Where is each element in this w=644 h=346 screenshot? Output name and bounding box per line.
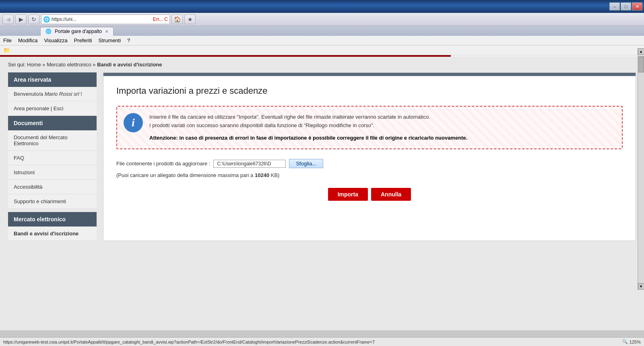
info-box: i Inserire il file da caricare ed utiliz… [116,106,623,149]
breadcrumb-current: Bandi e avvisi d'iscrizione [97,62,162,68]
page-title: Importa variazioni a prezzi e scadenze [116,86,623,96]
menu-strumenti[interactable]: Strumenti [98,37,121,43]
tab-close-button[interactable]: ✕ [105,29,108,34]
sidebar: Area riservata Benvenuto/a Mario Rossi s… [8,72,97,241]
address-bar-wrap: 🌐 Err... C [41,14,170,24]
forward-button[interactable]: ▶ [15,14,27,24]
file-note-prefix: (Puoi caricare un allegato della dimensi… [116,172,253,178]
favorites-button[interactable]: ★ [184,14,196,24]
sidebar-item-documenti-mercato[interactable]: Documenti del Mercato Elettronico [8,130,97,151]
content-body: Importa variazioni a prezzi e scadenze i… [103,76,636,210]
importa-button[interactable]: Importa [328,188,368,201]
breadcrumb: Sei qui: Home » Mercato elettronico » Ba… [0,57,644,72]
menu-visualizza[interactable]: Visualizza [44,37,67,43]
breadcrumb-home[interactable]: Home [27,62,41,68]
favicon-icon: 📁 [3,47,10,54]
scroll-thumb[interactable] [638,56,644,72]
tab-bar: 🌐 Portale gare d'appalto ✕ [0,26,644,36]
address-error: Err... C [153,16,168,22]
refresh-button[interactable]: ↻ [28,14,39,24]
sidebar-personal-area[interactable]: Area personale | Esci [8,101,97,116]
file-size: 10240 [255,172,269,178]
browser-toolbar: ◀ ▶ ↻ 🌐 Err... C 🏠 ★ [0,13,644,26]
home-button[interactable]: 🏠 [171,14,183,24]
sidebar-item-bandi[interactable]: Bandi e avvisi d'iscrizione [8,227,97,241]
scroll-up-arrow[interactable]: ▲ [638,48,644,55]
breadcrumb-sep2: » [93,62,95,68]
info-line1: Inserire il file da caricare ed utilizza… [149,113,467,122]
annulla-button[interactable]: Annulla [371,188,411,201]
menu-preferiti[interactable]: Preferiti [74,37,92,43]
scrollbar-right: ▲ ▼ [638,48,644,290]
tab-title: Portale gare d'appalto [55,29,102,34]
active-tab[interactable]: 🌐 Portale gare d'appalto ✕ [40,27,114,36]
sidebar-item-istruzioni[interactable]: Istruzioni [8,165,97,180]
sidebar-header-area-riservata: Area riservata [8,72,97,87]
file-label: File contenente i prodotti da aggiornare… [116,161,210,167]
breadcrumb-prefix: Sei qui: [8,62,25,68]
breadcrumb-sep1: » [42,62,45,68]
action-buttons: Importa Annulla [116,188,623,201]
scroll-down-arrow[interactable]: ▼ [638,283,644,290]
window-controls: – □ ✕ [609,2,642,10]
main-content: Importa variazioni a prezzi e scadenze i… [103,72,636,241]
menu-help[interactable]: ? [127,37,130,43]
sidebar-item-supporto[interactable]: Supporto e chiarimenti [8,194,97,209]
back-button[interactable]: ◀ [2,14,14,24]
close-button[interactable]: ✕ [632,2,642,10]
content-header-bar [103,73,636,76]
site-icon: 🌐 [43,16,50,23]
menu-bar: File Modifica Visualizza Preferiti Strum… [0,36,644,45]
file-note-suffix: KB) [271,172,280,178]
info-warning: Attenzione: in caso di presenza di error… [149,134,467,142]
tab-favicon: 🌐 [45,29,52,34]
menu-modifica[interactable]: Modifica [18,37,37,43]
file-input-display: C:\Users\longale67326\D [213,160,286,168]
info-text-block: Inserire il file da caricare ed utilizza… [149,113,467,142]
info-line2: I prodotti variati con successo saranno … [149,122,467,130]
file-note: (Puoi caricare un allegato della dimensi… [116,172,623,178]
maximize-button[interactable]: □ [621,2,631,10]
sidebar-header-documenti: Documenti [8,116,97,130]
window-chrome: – □ ✕ [0,0,644,13]
sidebar-welcome: Benvenuto/a Mario Rossi srl ! [8,87,97,101]
favicon-bar: 📁 [0,45,644,55]
address-input[interactable] [52,16,151,22]
page-wrapper: Sei qui: Home » Mercato elettronico » Ba… [0,57,644,330]
page-layout: Area riservata Benvenuto/a Mario Rossi s… [0,72,644,249]
sidebar-item-accessibilita[interactable]: Accessibilità [8,180,97,194]
menu-file[interactable]: File [3,37,12,43]
file-upload-row: File contenente i prodotti da aggiornare… [116,159,623,168]
info-icon: i [124,113,143,132]
sidebar-header-mercato: Mercato elettronico [8,212,97,227]
sidebar-item-faq[interactable]: FAQ [8,151,97,165]
browse-button[interactable]: Sfoglia... [289,159,323,168]
minimize-button[interactable]: – [609,2,620,10]
sidebar-username: Mario Rossi srl [45,91,79,97]
breadcrumb-mercato[interactable]: Mercato elettronico [47,62,91,68]
